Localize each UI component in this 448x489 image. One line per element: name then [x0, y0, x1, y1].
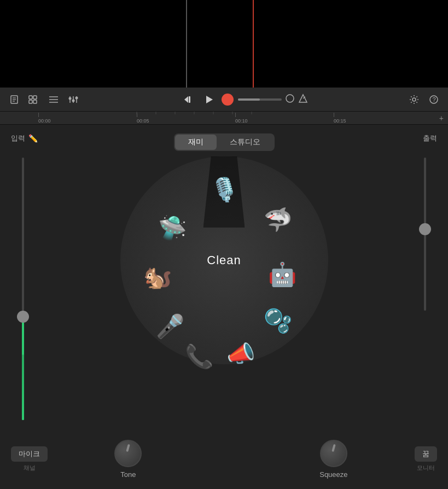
voice-telephone[interactable]: 📞	[183, 340, 216, 372]
tone-label: Tone	[120, 470, 136, 479]
channel-label: 채널	[24, 464, 36, 472]
svg-point-15	[72, 99, 75, 102]
toolbar: ?	[0, 88, 448, 112]
top-black-area	[0, 0, 448, 88]
bottom-controls: 마이크 채널 Tone Squeeze 꿈 모니터	[0, 429, 448, 489]
voice-mic2[interactable]: 🎤	[154, 310, 187, 342]
main-content: 입력 ✏️ 출력 재미 스튜디오 Clean 🎙️	[0, 125, 448, 489]
voice-squirrel[interactable]: 🐿️	[141, 260, 174, 293]
squeeze-section: Squeeze	[319, 440, 347, 479]
svg-point-16	[75, 96, 78, 99]
timeline-ruler: 00:00 00:05 00:10 00:15 +	[0, 112, 448, 125]
record-line	[253, 0, 254, 88]
settings-icon[interactable]	[406, 92, 422, 107]
voice-bubbles[interactable]: 🫧	[261, 304, 294, 337]
add-track-button[interactable]: +	[439, 114, 444, 123]
mic-section: 마이크 채널	[11, 446, 48, 472]
volume-control	[238, 94, 308, 106]
svg-point-20	[286, 95, 294, 102]
svg-point-23	[412, 98, 416, 101]
transport-controls	[180, 91, 234, 108]
monitor-sub-label: 모니터	[417, 464, 435, 472]
tone-knob[interactable]	[114, 440, 142, 467]
play-button[interactable]	[201, 91, 217, 108]
meter-icon	[298, 94, 308, 106]
svg-point-14	[69, 97, 72, 100]
voice-megaphone[interactable]: 📣	[224, 337, 257, 370]
squeeze-knob[interactable]	[320, 440, 347, 467]
output-slider[interactable]	[418, 158, 432, 322]
squeeze-label: Squeeze	[319, 470, 347, 479]
voice-robot[interactable]: 🤖	[266, 258, 299, 290]
mode-tabs: 재미 스튜디오	[174, 133, 275, 151]
voice-monster[interactable]: 🦈	[261, 203, 294, 236]
storyboard-icon[interactable]	[26, 92, 42, 107]
voice-wheel[interactable]: Clean 🎙️ 🛸 🦈 🐿️ 🤖 🎤 🫧 📞 📣	[120, 156, 328, 364]
svg-rect-7	[33, 100, 37, 103]
mic-button[interactable]: 마이크	[11, 446, 48, 462]
monitor-section: 꿈 모니터	[415, 446, 437, 472]
svg-marker-17	[184, 96, 188, 103]
help-icon[interactable]: ?	[426, 92, 441, 107]
rewind-button[interactable]	[180, 91, 196, 108]
input-slider[interactable]	[16, 158, 30, 458]
voice-center-label: Clean	[207, 253, 241, 267]
tab-fun[interactable]: 재미	[175, 135, 217, 150]
volume-slider[interactable]	[238, 98, 282, 101]
list-icon[interactable]	[46, 92, 61, 107]
document-icon[interactable]	[7, 92, 22, 107]
svg-text:?: ?	[433, 96, 436, 103]
tab-studio[interactable]: 스튜디오	[217, 135, 274, 150]
svg-marker-19	[206, 96, 213, 103]
voice-wheel-container: Clean 🎙️ 🛸 🦈 🐿️ 🤖 🎤 🫧 📞 📣	[120, 156, 328, 364]
volume-icon	[285, 94, 295, 106]
mixer-icon[interactable]	[66, 92, 81, 107]
voice-alien[interactable]: 🛸	[156, 211, 189, 244]
record-button[interactable]	[222, 94, 234, 106]
svg-rect-5	[33, 96, 37, 99]
svg-rect-4	[29, 96, 32, 99]
output-label: 출력	[423, 133, 437, 143]
svg-rect-6	[29, 100, 32, 103]
pencil-icon[interactable]: ✏️	[28, 134, 38, 143]
input-label: 입력 ✏️	[11, 133, 38, 143]
svg-rect-18	[189, 96, 190, 103]
tone-knob-container: Tone	[114, 440, 142, 479]
voice-microphone[interactable]: 🎙️	[208, 173, 241, 206]
monitor-button[interactable]: 꿈	[415, 446, 437, 462]
playhead-line	[186, 0, 187, 88]
